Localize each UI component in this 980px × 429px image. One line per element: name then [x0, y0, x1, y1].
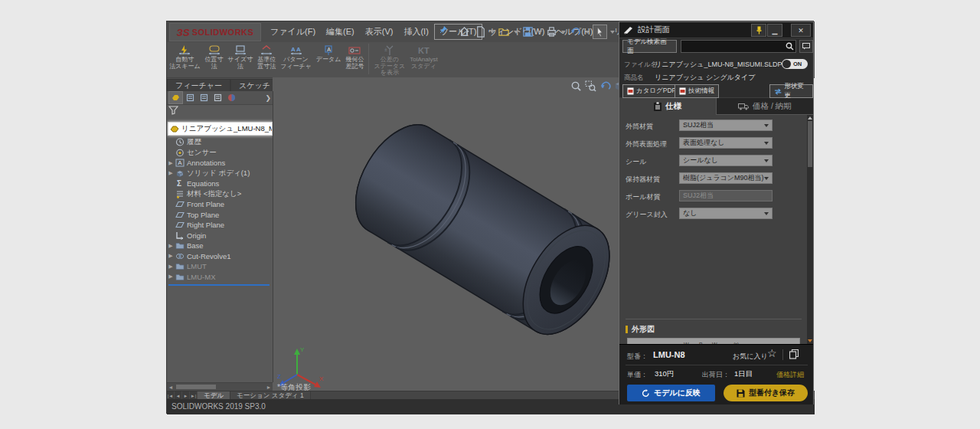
open-icon[interactable]: [498, 25, 511, 38]
panel-close-button[interactable]: ✕: [791, 24, 811, 37]
ribbon-button-location-dimension[interactable]: 位置寸 法: [203, 42, 226, 77]
dropdown-caret-icon[interactable]: [537, 31, 542, 34]
svg-text:A: A: [291, 46, 296, 53]
manager-tab-property-manager[interactable]: [184, 92, 197, 103]
pdf-icon: [627, 87, 634, 95]
tree-item-topplane[interactable]: Top Plane: [167, 210, 273, 221]
plane-icon: [175, 200, 185, 208]
svg-text:Σ: Σ: [177, 179, 181, 188]
menu-ファイルF[interactable]: ファイル(F): [265, 24, 321, 40]
tree-item-cut-revolve1[interactable]: ▶Cut-Revolve1: [167, 251, 273, 262]
panel-tabs: 仕様 価格 / 納期: [619, 98, 813, 115]
copy-icon[interactable]: [789, 349, 799, 359]
dropdown-caret-icon[interactable]: [561, 31, 566, 34]
menu-編集E[interactable]: 編集(E): [321, 24, 360, 40]
scroll-right-icon[interactable]: ►: [265, 385, 273, 390]
menu-挿入I[interactable]: 挿入(I): [398, 24, 433, 40]
outline-drawing-header: 外形図: [626, 324, 655, 335]
panel-scrollbar-thumb[interactable]: [808, 121, 812, 167]
expand-arrow-icon[interactable]: ▶: [167, 273, 175, 280]
reflect-to-model-button[interactable]: モデルに反映: [627, 385, 715, 401]
tree-item-lmu-mx[interactable]: ▶LMU-MX: [167, 272, 273, 283]
ribbon-button-auto-dimension[interactable]: 自動寸 法スキーム: [167, 42, 203, 77]
tree-item-1[interactable]: ▶ソリッド ボディ(1): [167, 169, 273, 179]
price-detail-link[interactable]: 価格詳細: [776, 370, 804, 380]
print-icon[interactable]: [545, 25, 558, 38]
field-select[interactable]: SUJ2相当: [679, 120, 773, 131]
tree-item-annotations[interactable]: ▶AAnnotations: [167, 158, 273, 169]
tab-price-delivery[interactable]: 価格 / 納期: [716, 98, 813, 115]
scroll-up-icon[interactable]: [808, 116, 812, 120]
select-caret-icon: [764, 177, 769, 180]
dropdown-caret-icon[interactable]: [585, 31, 590, 34]
ribbon-button-datum-dimension[interactable]: 基準位 置寸法: [255, 42, 278, 77]
manager-tab-display-manager[interactable]: [225, 92, 238, 103]
expand-arrow-icon[interactable]: ▶: [167, 253, 175, 259]
manager-tab-configuration-manager[interactable]: [198, 92, 211, 103]
tree-item-[interactable]: 材料 <指定なし>: [167, 189, 273, 200]
scroll-down-icon[interactable]: [808, 339, 812, 342]
expand-arrow-icon[interactable]: ▶: [167, 264, 175, 270]
rollback-bar[interactable]: [168, 284, 270, 286]
ribbon-button-datum[interactable]: Aデータム: [314, 42, 344, 77]
manager-tabs-expand-icon[interactable]: ❯: [265, 94, 273, 102]
undo-icon[interactable]: [569, 25, 582, 38]
expand-arrow-icon[interactable]: ▶: [167, 243, 175, 249]
menu-表示V[interactable]: 表示(V): [360, 24, 399, 40]
save-with-model-number-button[interactable]: 型番付き保存: [724, 385, 808, 401]
field-select[interactable]: 樹脂(ジュラコンM90相当): [679, 172, 773, 184]
file-name-value: リニアブッシュ_LMU-N8_MISUMI.SLDPRT: [655, 60, 791, 70]
field-input-disabled: SUJ2相当: [679, 190, 773, 201]
toggle-knob: [782, 60, 791, 68]
panel-pin-button[interactable]: [751, 24, 766, 37]
model-search-screen-button[interactable]: モデル検索画面: [622, 40, 677, 53]
tree-item-equations[interactable]: ΣEquations: [167, 178, 273, 189]
ribbon-button-size-dimension[interactable]: サイズ寸 法: [226, 42, 256, 77]
save-icon[interactable]: [521, 25, 534, 38]
tree-horizontal-scrollbar[interactable]: ◄ ►: [167, 382, 273, 391]
panel-scrollbar[interactable]: [807, 115, 813, 344]
scroll-left-icon[interactable]: ◄: [167, 385, 175, 390]
manager-tab-feature-tree[interactable]: [168, 91, 183, 104]
pdf-icon: [679, 87, 686, 95]
ribbon-button-geometric-tolerance[interactable]: 幾何公 差記号: [343, 42, 366, 77]
cmd-tab-スケッチ[interactable]: スケッチ: [230, 79, 279, 92]
ribbon-button-pattern-feature[interactable]: AAパターン フィーチャ: [278, 42, 314, 77]
misumi-design-panel: 設計画面 ▁ ✕ モデル検索画面 ファイル名 リニアブッシュ_LMU-N8_MI…: [619, 21, 814, 404]
tree-item-rightplane[interactable]: Right Plane: [167, 220, 273, 231]
favorite-star-icon[interactable]: ☆: [767, 347, 777, 359]
field-select[interactable]: 表面処理なし: [679, 137, 773, 149]
select-cursor-icon[interactable]: [593, 25, 607, 39]
expand-arrow-icon[interactable]: ▶: [167, 160, 175, 166]
search-input[interactable]: [681, 41, 786, 52]
shape-change-button[interactable]: 形状変更: [769, 84, 813, 98]
tech-info-button[interactable]: 技術情報: [675, 84, 719, 98]
tree-item-[interactable]: 履歴: [167, 137, 273, 148]
panel-minimize-button[interactable]: ▁: [767, 24, 782, 37]
panel-title-bar: 設計画面 ▁ ✕: [619, 22, 813, 38]
cmd-tab-フィーチャー[interactable]: フィーチャー: [167, 79, 230, 92]
field-select[interactable]: シールなし: [679, 155, 773, 166]
dropdown-caret-icon[interactable]: [514, 31, 518, 34]
comment-icon[interactable]: [799, 40, 813, 53]
filter-funnel-icon[interactable]: [168, 106, 178, 115]
tree-item-origin[interactable]: Origin: [167, 231, 273, 241]
field-select[interactable]: なし: [679, 208, 773, 219]
tree-root-item-highlighted[interactable]: リニアブッシュ_LMU-N8_MISUMI (Default<: [168, 122, 273, 136]
tree-item-lmut[interactable]: ▶LMUT: [167, 261, 273, 272]
on-toggle[interactable]: ON: [782, 59, 808, 69]
tree-item-[interactable]: センサー: [167, 148, 273, 159]
tree-item-base[interactable]: ▶Base: [167, 241, 273, 251]
expand-arrow-icon[interactable]: ▶: [167, 170, 175, 176]
home-icon[interactable]: [458, 25, 471, 38]
scrollbar-thumb[interactable]: [176, 385, 216, 389]
catalog-pdf-button[interactable]: カタログPDF: [622, 84, 681, 98]
manager-tab-dimxpert-manager[interactable]: [211, 92, 224, 103]
tab-spec[interactable]: 仕様: [619, 98, 716, 115]
section-title: 外形図: [632, 324, 655, 335]
new-document-icon[interactable]: [474, 25, 487, 38]
tree-item-frontplane[interactable]: Front Plane: [167, 199, 273, 210]
search-icon[interactable]: [786, 42, 794, 51]
dropdown-caret-icon[interactable]: [490, 31, 495, 34]
pin-menu-icon[interactable]: [439, 25, 448, 34]
